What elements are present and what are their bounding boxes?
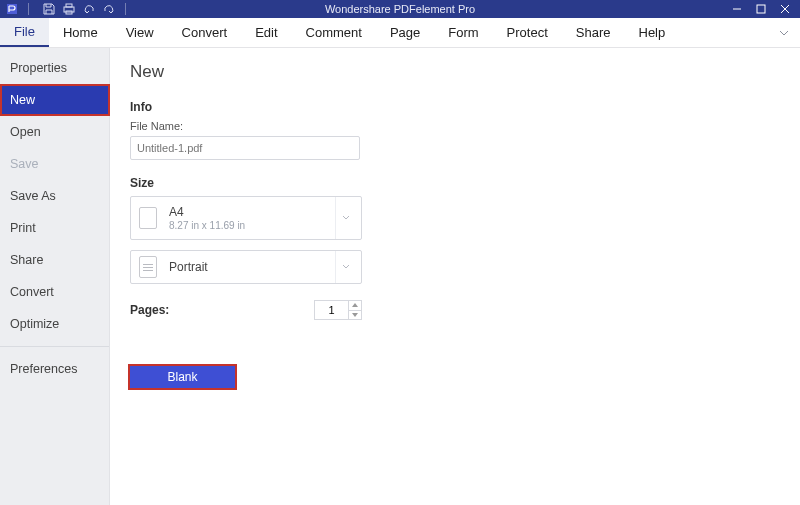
orientation-dropdown[interactable]: Portrait bbox=[130, 250, 362, 284]
blank-button[interactable]: Blank bbox=[130, 366, 235, 388]
minimize-button[interactable] bbox=[732, 4, 742, 14]
paper-dims: 8.27 in x 11.69 in bbox=[169, 220, 245, 231]
pages-up-icon[interactable] bbox=[348, 300, 362, 310]
size-section: Size A4 8.27 in x 11.69 in Portrait bbox=[130, 176, 780, 284]
sidebar-item-new[interactable]: New bbox=[0, 84, 110, 116]
menu-convert[interactable]: Convert bbox=[168, 18, 242, 47]
app-logo-icon bbox=[6, 3, 18, 15]
page-title: New bbox=[130, 62, 780, 82]
menu-file[interactable]: File bbox=[0, 18, 49, 47]
content-area: Properties New Open Save Save As Print S… bbox=[0, 48, 800, 505]
menu-home[interactable]: Home bbox=[49, 18, 112, 47]
sidebar-item-convert[interactable]: Convert bbox=[0, 276, 109, 308]
title-bar: Wondershare PDFelement Pro bbox=[0, 0, 800, 18]
chevron-down-icon bbox=[335, 251, 355, 283]
separator bbox=[28, 3, 29, 15]
pages-stepper[interactable] bbox=[314, 300, 362, 320]
menu-protect[interactable]: Protect bbox=[493, 18, 562, 47]
sidebar-item-preferences[interactable]: Preferences bbox=[0, 353, 109, 385]
chevron-down-icon bbox=[335, 197, 355, 239]
sidebar-item-save: Save bbox=[0, 148, 109, 180]
sidebar-item-properties[interactable]: Properties bbox=[0, 52, 109, 84]
sidebar-divider bbox=[0, 346, 109, 347]
menu-share[interactable]: Share bbox=[562, 18, 625, 47]
quick-access-toolbar bbox=[39, 3, 115, 15]
save-icon[interactable] bbox=[43, 3, 55, 15]
orientation-value: Portrait bbox=[169, 260, 208, 274]
separator bbox=[125, 3, 126, 15]
menu-form[interactable]: Form bbox=[434, 18, 492, 47]
menu-comment[interactable]: Comment bbox=[292, 18, 376, 47]
sidebar-item-open[interactable]: Open bbox=[0, 116, 109, 148]
file-name-input[interactable] bbox=[130, 136, 360, 160]
menu-page[interactable]: Page bbox=[376, 18, 434, 47]
title-bar-left bbox=[0, 3, 128, 15]
maximize-button[interactable] bbox=[756, 4, 766, 14]
ribbon-expand-icon[interactable] bbox=[778, 18, 790, 47]
svg-rect-5 bbox=[757, 5, 765, 13]
info-heading: Info bbox=[130, 100, 780, 114]
menu-bar: File Home View Convert Edit Comment Page… bbox=[0, 18, 800, 48]
file-name-label: File Name: bbox=[130, 120, 780, 132]
redo-icon[interactable] bbox=[103, 3, 115, 15]
file-sidebar: Properties New Open Save Save As Print S… bbox=[0, 48, 110, 505]
sidebar-item-share[interactable]: Share bbox=[0, 244, 109, 276]
paper-name: A4 bbox=[169, 205, 245, 219]
menu-help[interactable]: Help bbox=[625, 18, 680, 47]
pages-row: Pages: bbox=[130, 300, 362, 320]
window-controls bbox=[732, 4, 800, 14]
pages-label: Pages: bbox=[130, 303, 169, 317]
pages-down-icon[interactable] bbox=[348, 310, 362, 321]
pages-input[interactable] bbox=[314, 300, 348, 320]
page-icon bbox=[139, 207, 157, 229]
sidebar-item-optimize[interactable]: Optimize bbox=[0, 308, 109, 340]
close-button[interactable] bbox=[780, 4, 790, 14]
size-heading: Size bbox=[130, 176, 780, 190]
sidebar-item-saveas[interactable]: Save As bbox=[0, 180, 109, 212]
main-panel: New Info File Name: Size A4 8.27 in x 11… bbox=[110, 48, 800, 505]
orientation-text: Portrait bbox=[169, 260, 208, 274]
print-icon[interactable] bbox=[63, 3, 75, 15]
paper-size-text: A4 8.27 in x 11.69 in bbox=[169, 205, 245, 231]
sidebar-item-print[interactable]: Print bbox=[0, 212, 109, 244]
undo-icon[interactable] bbox=[83, 3, 95, 15]
svg-rect-2 bbox=[66, 4, 72, 7]
menu-view[interactable]: View bbox=[112, 18, 168, 47]
orientation-icon bbox=[139, 256, 157, 278]
menu-edit[interactable]: Edit bbox=[241, 18, 291, 47]
paper-size-dropdown[interactable]: A4 8.27 in x 11.69 in bbox=[130, 196, 362, 240]
info-section: Info File Name: bbox=[130, 100, 780, 160]
